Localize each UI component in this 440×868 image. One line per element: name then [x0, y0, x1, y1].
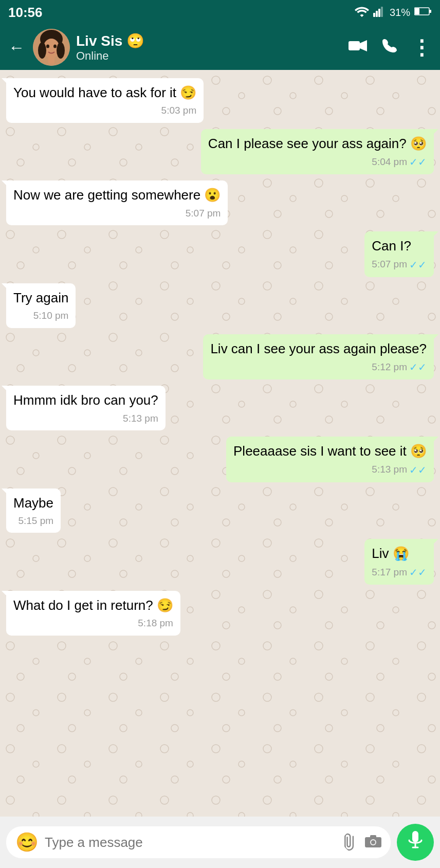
- message-row: Can I please see your ass again? 🥺5:04 p…: [6, 129, 434, 174]
- bubble-tail: [433, 437, 438, 442]
- message-time: 5:10 pm: [33, 309, 69, 323]
- message-row: What do I get in return? 😏5:18 pm: [6, 591, 434, 636]
- svg-rect-3: [381, 7, 383, 17]
- message-row: Liv 😭5:17 pm✓✓: [6, 539, 434, 584]
- message-time: 5:07 pm: [186, 207, 221, 221]
- message-text: Hmmm idk bro can you?: [13, 392, 158, 408]
- message-ticks: ✓✓: [409, 155, 427, 169]
- contact-info: Liv Sis 🙄 Online: [76, 32, 342, 63]
- message-text: Try again: [13, 290, 68, 305]
- attach-button[interactable]: [339, 830, 363, 854]
- message-row: Try again5:10 pm: [6, 283, 434, 328]
- signal-icon: [373, 6, 386, 20]
- svg-rect-5: [415, 8, 419, 14]
- input-bar: 😊: [0, 817, 440, 868]
- phone-call-button[interactable]: [381, 38, 397, 57]
- message-meta: 5:17 pm✓✓: [372, 565, 427, 580]
- bubble-tail: [2, 180, 7, 186]
- contact-status: Online: [76, 49, 342, 63]
- message-text: Pleeaaase sis I want to see it 🥺: [233, 443, 427, 459]
- message-ticks: ✓✓: [409, 463, 427, 477]
- received-bubble: Try again5:10 pm: [6, 283, 76, 328]
- message-meta: 5:13 pm: [13, 412, 158, 426]
- back-button[interactable]: ←: [8, 38, 25, 57]
- message-time: 5:13 pm: [123, 412, 158, 426]
- message-text: Liv 😭: [372, 546, 409, 561]
- svg-point-10: [46, 45, 49, 48]
- svg-rect-6: [429, 10, 431, 13]
- message-row: Now we are getting somewhere 😮5:07 pm: [6, 180, 434, 225]
- mic-icon: [408, 831, 423, 854]
- message-row: Hmmm idk bro can you?5:13 pm: [6, 386, 434, 430]
- status-time: 10:56: [8, 5, 43, 21]
- message-row: You would have to ask for it 😏5:03 pm: [6, 78, 434, 123]
- message-meta: 5:15 pm: [13, 514, 53, 528]
- svg-point-11: [53, 45, 57, 48]
- message-input-container: 😊: [6, 826, 391, 858]
- message-time: 5:12 pm: [372, 360, 407, 374]
- svg-rect-2: [378, 9, 380, 17]
- message-meta: 5:12 pm✓✓: [210, 360, 427, 374]
- mic-button[interactable]: [397, 824, 434, 861]
- message-input[interactable]: [45, 835, 337, 851]
- received-bubble: Hmmm idk bro can you?5:13 pm: [6, 386, 166, 430]
- svg-point-12: [38, 42, 46, 59]
- message-time: 5:13 pm: [372, 463, 407, 477]
- battery-icon: [414, 7, 432, 19]
- bubble-tail: [2, 78, 7, 83]
- header-actions: ⋮: [349, 35, 432, 59]
- received-bubble: You would have to ask for it 😏5:03 pm: [6, 78, 204, 123]
- bubble-tail: [2, 489, 7, 494]
- message-meta: 5:18 pm: [13, 617, 173, 630]
- message-ticks: ✓✓: [409, 258, 427, 272]
- message-meta: 5:07 pm✓✓: [372, 258, 427, 272]
- bubble-tail: [433, 334, 438, 339]
- message-text: You would have to ask for it 😏: [13, 85, 196, 100]
- bubble-tail: [2, 386, 7, 391]
- battery-text: 31%: [390, 7, 410, 19]
- wifi-icon: [355, 6, 369, 20]
- svg-point-19: [371, 840, 375, 844]
- message-text: Can I please see your ass again? 🥺: [208, 136, 427, 151]
- message-text: Liv can I see your ass again please?: [210, 341, 427, 356]
- svg-point-13: [57, 42, 65, 59]
- svg-rect-1: [376, 11, 378, 17]
- svg-marker-16: [360, 40, 367, 51]
- message-text: Now we are getting somewhere 😮: [13, 187, 221, 203]
- svg-rect-14: [48, 57, 54, 64]
- message-time: 5:04 pm: [372, 155, 407, 169]
- message-time: 5:15 pm: [18, 514, 53, 528]
- received-bubble: What do I get in return? 😏5:18 pm: [6, 591, 180, 636]
- message-ticks: ✓✓: [409, 565, 427, 580]
- bubble-tail: [2, 283, 7, 288]
- message-meta: 5:13 pm✓✓: [233, 463, 427, 477]
- camera-button[interactable]: [365, 834, 381, 851]
- sent-bubble: Pleeaaase sis I want to see it 🥺5:13 pm✓…: [226, 437, 434, 482]
- contact-avatar[interactable]: [33, 29, 70, 66]
- message-meta: 5:03 pm: [13, 104, 196, 118]
- status-icons: 31%: [355, 6, 432, 20]
- received-bubble: Now we are getting somewhere 😮5:07 pm: [6, 180, 228, 225]
- message-ticks: ✓✓: [409, 360, 427, 374]
- bubble-tail: [433, 539, 438, 544]
- message-row: Maybe5:15 pm: [6, 489, 434, 533]
- svg-rect-21: [412, 831, 418, 842]
- bubble-tail: [2, 591, 7, 596]
- sent-bubble: Liv can I see your ass again please?5:12…: [203, 334, 434, 379]
- message-text: What do I get in return? 😏: [13, 598, 173, 613]
- status-bar: 10:56 31%: [0, 0, 440, 25]
- message-time: 5:18 pm: [138, 617, 173, 630]
- message-meta: 5:10 pm: [13, 309, 68, 323]
- emoji-button[interactable]: 😊: [15, 831, 39, 853]
- message-time: 5:17 pm: [372, 566, 407, 580]
- bubble-tail: [433, 129, 438, 134]
- message-text: Can I?: [372, 238, 411, 254]
- message-row: Pleeaaase sis I want to see it 🥺5:13 pm✓…: [6, 437, 434, 482]
- bubble-tail: [433, 231, 438, 237]
- message-row: Liv can I see your ass again please?5:12…: [6, 334, 434, 379]
- video-call-button[interactable]: [349, 39, 367, 56]
- svg-rect-15: [349, 41, 360, 50]
- message-meta: 5:04 pm✓✓: [208, 155, 427, 169]
- more-options-button[interactable]: ⋮: [411, 35, 432, 59]
- sent-bubble: Can I?5:07 pm✓✓: [364, 231, 434, 277]
